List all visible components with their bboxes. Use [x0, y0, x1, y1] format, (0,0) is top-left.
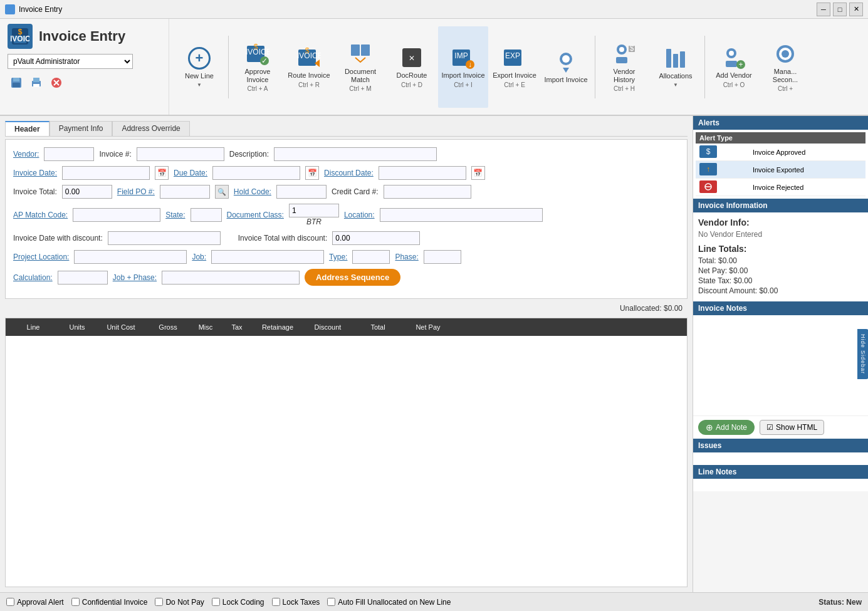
calculation-input[interactable]	[58, 271, 108, 285]
col-misc: Misc	[190, 323, 221, 331]
document-class-btr: BTR	[306, 217, 322, 226]
discount-date-calendar-button[interactable]: 📅	[471, 166, 485, 180]
vendor-history-button[interactable]: $ Vendor History Ctrl + H	[599, 26, 649, 108]
do-not-pay-checkbox-item[interactable]: Do Not Pay	[155, 598, 204, 607]
field-po-lookup-button[interactable]: 🔍	[215, 185, 229, 199]
manage-second-button[interactable]: Mana... Secon... Ctrl +	[760, 26, 810, 108]
auto-fill-checkbox[interactable]	[327, 598, 335, 606]
export-invoice-button[interactable]: EXP Export Invoice Ctrl + E	[489, 26, 540, 108]
discount-date-input[interactable]	[379, 166, 466, 180]
import-invoice2-button[interactable]: Import Invoice	[541, 26, 591, 108]
lock-coding-checkbox-item[interactable]: Lock Coding	[212, 598, 264, 607]
save-button[interactable]	[8, 74, 25, 91]
import-invoice-button[interactable]: IMP ↓ Import Invoice Ctrl + I	[438, 26, 488, 108]
hide-sidebar-button[interactable]: Hide Sidebar	[857, 329, 868, 379]
calculation-label[interactable]: Calculation:	[13, 273, 53, 282]
confidential-invoice-checkbox[interactable]	[71, 598, 80, 606]
auto-fill-checkbox-item[interactable]: Auto Fill Unallocated on New Line	[327, 598, 451, 607]
job-phase-label[interactable]: Job + Phase:	[113, 273, 157, 282]
type-input[interactable]	[352, 250, 390, 264]
field-po-input[interactable]	[160, 185, 210, 199]
phase-label[interactable]: Phase:	[395, 253, 418, 261]
invoice-date-discount-input[interactable]	[108, 231, 221, 245]
approval-alert-label: Approval Alert	[17, 598, 64, 607]
export-invoice-icon: EXP	[502, 45, 527, 70]
approve-invoice-button[interactable]: $ INVOICE ✓ Approve Invoice Ctrl + A	[233, 26, 283, 108]
doc-route-button[interactable]: ✕ DocRoute Ctrl + D	[387, 26, 437, 108]
show-html-button[interactable]: ☑ Show HTML	[760, 420, 824, 435]
vendor-input[interactable]	[44, 147, 94, 161]
close-doc-button[interactable]	[48, 74, 65, 91]
add-vendor-label: Add Vendor	[716, 71, 752, 80]
due-date-input[interactable]	[212, 166, 300, 180]
lock-taxes-checkbox[interactable]	[272, 598, 280, 606]
ap-match-code-label[interactable]: AP Match Code:	[13, 211, 68, 219]
state-label[interactable]: State:	[165, 211, 185, 219]
document-class-input[interactable]	[289, 204, 339, 217]
field-po-label[interactable]: Field PO #:	[117, 187, 155, 196]
minimize-button[interactable]: ─	[817, 3, 830, 16]
invoice-num-input[interactable]	[137, 147, 224, 161]
col-gross: Gross	[146, 323, 190, 331]
job-phase-input[interactable]	[162, 271, 300, 285]
invoice-date-calendar-button[interactable]: 📅	[155, 166, 169, 180]
svg-point-32	[562, 55, 570, 63]
document-class-label[interactable]: Document Class:	[227, 211, 284, 219]
invoice-date-label[interactable]: Invoice Date:	[13, 169, 57, 177]
new-line-button[interactable]: + New Line ▼	[174, 26, 224, 108]
approval-alert-checkbox-item[interactable]: Approval Alert	[6, 598, 64, 607]
add-note-button[interactable]: ⊕ Add Note	[698, 420, 755, 435]
tab-header[interactable]: Header	[5, 121, 50, 136]
issues-section: Issues	[693, 439, 868, 465]
hold-code-input[interactable]	[276, 185, 327, 199]
due-date-calendar-button[interactable]: 📅	[305, 166, 319, 180]
hold-code-label[interactable]: Hold Code:	[234, 187, 271, 196]
lock-coding-checkbox[interactable]	[212, 598, 220, 606]
approval-alert-checkbox[interactable]	[6, 598, 14, 606]
invoice-total-discount-input[interactable]	[332, 231, 420, 245]
line-total-net-pay: Net Pay: $0.00	[698, 266, 863, 275]
do-not-pay-checkbox[interactable]	[155, 598, 163, 606]
tab-address-override[interactable]: Address Override	[112, 121, 189, 136]
close-button[interactable]: ✕	[849, 3, 863, 16]
svg-point-48	[782, 50, 789, 58]
vendor-label[interactable]: Vendor:	[13, 150, 39, 159]
discount-date-label[interactable]: Discount Date:	[324, 169, 374, 177]
project-location-input[interactable]	[74, 250, 187, 264]
invoice-date-input[interactable]	[62, 166, 150, 180]
confidential-invoice-checkbox-item[interactable]: Confidential Invoice	[71, 598, 148, 607]
job-input[interactable]	[211, 250, 324, 264]
description-input[interactable]	[274, 147, 437, 161]
invoice-total-input[interactable]	[62, 185, 112, 199]
do-not-pay-label: Do Not Pay	[165, 598, 204, 607]
table-header: Line Units Unit Cost Gross Misc Tax Reta…	[6, 318, 687, 336]
address-sequence-button[interactable]: Address Sequence	[305, 269, 400, 286]
title-bar-controls[interactable]: ─ □ ✕	[817, 3, 863, 16]
lock-taxes-checkbox-item[interactable]: Lock Taxes	[272, 598, 320, 607]
ap-match-code-input[interactable]	[73, 208, 160, 222]
user-dropdown[interactable]: pVault Administrator	[8, 54, 133, 69]
tab-payment-info[interactable]: Payment Info	[50, 121, 113, 136]
restore-button[interactable]: □	[833, 3, 847, 16]
state-input[interactable]	[191, 208, 222, 222]
vendor-history-shortcut: Ctrl + H	[614, 85, 635, 92]
allocations-button[interactable]: Allocations ▼	[651, 26, 701, 108]
new-line-icon: +	[187, 46, 212, 71]
project-location-label[interactable]: Project Location:	[13, 253, 69, 261]
note-actions: ⊕ Add Note ☑ Show HTML	[693, 415, 868, 439]
form-row-2: Invoice Date: 📅 Due Date: 📅 Discount Dat…	[13, 166, 679, 180]
document-match-button[interactable]: Document Match Ctrl + M	[335, 26, 385, 108]
job-label[interactable]: Job:	[192, 253, 206, 261]
route-invoice-button[interactable]: $ INVOICE Route Invoice Ctrl + R	[284, 26, 334, 108]
add-vendor-button[interactable]: + Add Vendor Ctrl + O	[709, 26, 759, 108]
line-total-state-tax-value: $0.00	[733, 276, 752, 285]
location-label[interactable]: Location:	[344, 211, 375, 219]
type-label[interactable]: Type:	[329, 253, 347, 261]
due-date-label[interactable]: Due Date:	[174, 169, 207, 177]
invoice-num-label: Invoice #:	[99, 150, 131, 159]
credit-card-input[interactable]	[384, 185, 471, 199]
print-button[interactable]	[28, 74, 45, 91]
vendor-info-sub: No Vendor Entered	[698, 230, 863, 239]
location-input[interactable]	[380, 208, 543, 222]
phase-input[interactable]	[424, 250, 461, 264]
